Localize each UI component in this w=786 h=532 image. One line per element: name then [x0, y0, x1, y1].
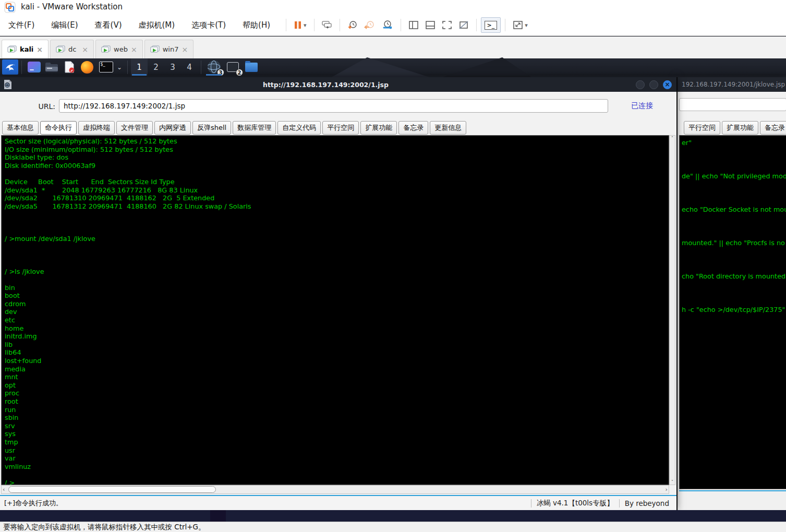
- files-button[interactable]: [44, 61, 59, 74]
- behinder-tab-bar: 平行空间 扩展功能 备忘录 更新信息: [684, 121, 786, 135]
- pause-icon: [294, 21, 302, 29]
- menu-file[interactable]: 文件(F): [3, 18, 40, 32]
- show-thumbnail-bar-button[interactable]: [422, 17, 439, 33]
- main-window-titlebar[interactable]: http://192.168.197.149:2002/1.jsp ×: [0, 77, 676, 92]
- unity-mode-button[interactable]: [455, 17, 472, 33]
- tab-intranet-tunnel[interactable]: 内网穿透: [154, 121, 191, 135]
- window-title: kali - VMware Workstation: [21, 2, 123, 11]
- author-label: By rebeyond: [625, 499, 669, 507]
- taskbar-files-button[interactable]: [242, 58, 261, 76]
- version-label: 冰蝎 v4.1【t00ls专版】: [537, 499, 614, 508]
- text-editor-button[interactable]: [62, 61, 77, 74]
- minimize-button[interactable]: [636, 80, 645, 89]
- console-view-button[interactable]: >_: [481, 17, 501, 33]
- pause-button[interactable]: ▾: [291, 17, 310, 33]
- status-message: [+]命令执行成功。: [4, 499, 63, 508]
- vertical-scrollbar[interactable]: ˄ ˅: [669, 135, 675, 485]
- behinder-window-main[interactable]: http://192.168.197.149:2002/1.jsp × URL:…: [0, 77, 676, 510]
- take-snapshot-button[interactable]: [344, 17, 361, 33]
- snapshot-manager-icon: [382, 20, 393, 30]
- close-icon[interactable]: ×: [182, 45, 188, 54]
- chevron-down-icon[interactable]: ⌄: [117, 64, 122, 71]
- maximize-button[interactable]: [649, 80, 658, 89]
- stretch-guest-button[interactable]: ▾: [510, 17, 531, 33]
- tab-update-info[interactable]: 更新信息: [430, 121, 466, 135]
- menu-tabs[interactable]: 选项卡(T): [186, 18, 231, 32]
- kali-menu-button[interactable]: [2, 59, 18, 75]
- menu-view[interactable]: 查看(V): [90, 18, 127, 32]
- close-icon[interactable]: ×: [37, 45, 43, 54]
- tab-file-management[interactable]: 文件管理: [116, 121, 153, 135]
- close-icon[interactable]: ×: [131, 45, 137, 54]
- menu-help[interactable]: 帮助(H): [237, 18, 275, 32]
- url-label: URL:: [34, 102, 55, 111]
- revert-snapshot-button[interactable]: [361, 17, 379, 33]
- taskbar-terminal-button[interactable]: 2: [223, 58, 242, 76]
- fullscreen-button[interactable]: [439, 17, 455, 33]
- show-library-button[interactable]: [405, 17, 422, 33]
- toolbar-separator: [476, 19, 477, 31]
- show-library-icon: [408, 20, 419, 30]
- connect-status-button[interactable]: 已连接: [631, 101, 653, 111]
- tab-parallel-space[interactable]: 平行空间: [684, 121, 720, 135]
- scroll-down-icon[interactable]: ˅: [671, 479, 674, 485]
- vm-tab-kali[interactable]: kali ×: [2, 40, 49, 58]
- url-input[interactable]: [679, 98, 786, 111]
- tab-extensions[interactable]: 扩展功能: [360, 121, 397, 135]
- url-input[interactable]: [59, 99, 608, 113]
- scrollbar-thumb[interactable]: [8, 486, 216, 493]
- revert-snapshot-icon: [364, 20, 376, 30]
- app-window-button[interactable]: [26, 61, 42, 74]
- tab-parallel-space[interactable]: 平行空间: [322, 121, 359, 135]
- command-output-terminal[interactable]: er" de" || echo "Not privileged mode ech…: [679, 135, 786, 489]
- vm-tab-web[interactable]: web ×: [95, 40, 143, 58]
- taskbar-browser-button[interactable]: 3: [204, 58, 223, 76]
- behinder-window-background[interactable]: 192.168.197.149:2001/jklove.jsp 平行空间 扩展功…: [676, 77, 786, 510]
- vmware-logo-icon: [4, 2, 16, 13]
- chevron-down-icon[interactable]: ▾: [304, 22, 307, 29]
- tab-command-execution[interactable]: 命令执行: [40, 121, 77, 135]
- folder-icon: [245, 63, 258, 72]
- text-editor-icon: [64, 61, 75, 74]
- tab-custom-code[interactable]: 自定义代码: [277, 121, 321, 135]
- vm-tab-dc[interactable]: dc ×: [50, 40, 94, 58]
- menu-edit[interactable]: 编辑(E): [46, 18, 83, 32]
- chevron-down-icon[interactable]: ▾: [525, 22, 528, 29]
- tab-database-management[interactable]: 数据库管理: [233, 121, 276, 135]
- status-separator: [531, 499, 531, 507]
- close-button[interactable]: ×: [663, 80, 672, 89]
- close-icon[interactable]: ×: [82, 45, 88, 54]
- terminal-icon: $_: [99, 62, 113, 72]
- workspace-4[interactable]: 4: [181, 58, 198, 76]
- tab-extensions[interactable]: 扩展功能: [722, 121, 758, 135]
- workspace-1[interactable]: 1: [131, 58, 148, 76]
- scroll-up-icon[interactable]: ˄: [671, 136, 674, 141]
- desktop-bottom-band: [0, 510, 786, 522]
- snapshot-manager-button[interactable]: [379, 17, 396, 33]
- panel-separator: [127, 61, 128, 74]
- tab-virtual-terminal[interactable]: 虚拟终端: [78, 121, 115, 135]
- status-bar: [+]命令执行成功。 冰蝎 v4.1【t00ls专版】 By rebeyond: [0, 495, 676, 510]
- terminal-text: Sector size (logical/physical): 512 byte…: [2, 136, 669, 485]
- vm-tab-win7[interactable]: win7 ×: [144, 40, 194, 58]
- horizontal-scrollbar[interactable]: ‹ ›: [1, 485, 669, 494]
- vmware-status-text: 要将输入定向到该虚拟机，请将鼠标指针移入其中或按 Ctrl+G。: [3, 523, 205, 532]
- workspace-2[interactable]: 2: [148, 58, 164, 76]
- vm-running-icon: [101, 45, 111, 53]
- stretch-guest-icon: [513, 20, 523, 30]
- tab-reverse-shell[interactable]: 反弹shell: [192, 121, 231, 135]
- tab-basic-info[interactable]: 基本信息: [2, 121, 39, 135]
- desktop-band-notch: [210, 510, 226, 522]
- command-output-terminal[interactable]: Sector size (logical/physical): 512 byte…: [1, 135, 669, 485]
- terminal-button[interactable]: $_: [97, 61, 115, 74]
- background-window-titlebar[interactable]: 192.168.197.149:2001/jklove.jsp: [678, 77, 786, 92]
- background-window-title: 192.168.197.149:2001/jklove.jsp: [678, 81, 785, 88]
- workspace-3[interactable]: 3: [164, 58, 181, 76]
- send-ctrl-alt-del-button[interactable]: [319, 17, 335, 33]
- tab-memo[interactable]: 备忘录: [398, 121, 428, 135]
- scroll-right-icon[interactable]: ›: [666, 486, 668, 493]
- scroll-left-icon[interactable]: ‹: [3, 486, 5, 493]
- menu-vm[interactable]: 虚拟机(M): [134, 18, 180, 32]
- tab-memo[interactable]: 备忘录: [760, 121, 786, 135]
- firefox-button[interactable]: [79, 61, 95, 74]
